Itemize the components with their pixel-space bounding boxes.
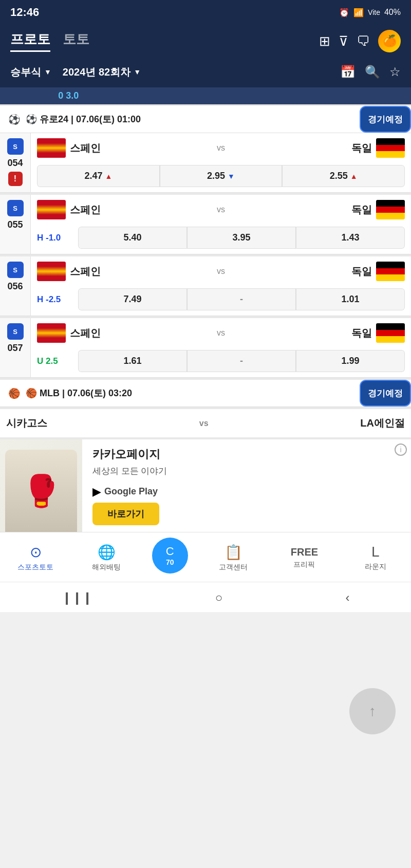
match-number-056: S 056 [0,256,31,316]
match-content-057: 스페인 vs 독일 U 2.5 1.61 - 1.99 [31,318,411,377]
odds-container-054: 2.47 ▲ 2.95 ▼ 2.55 ▲ [37,165,405,187]
mlb-away-team: LA에인절 [360,416,405,430]
away-team-name-057: 독일 [351,326,372,340]
flag-germany-054 [376,138,405,158]
nav-lounge[interactable]: L 라운지 [350,544,401,571]
odd-draw-054[interactable]: 2.95 ▼ [160,165,283,187]
vs-mlb: vs [199,419,209,428]
tab-proto[interactable]: 프로토 [10,30,50,52]
ad-subtitle: 세상의 모든 이야기 [92,465,401,477]
odd-draw-055[interactable]: 3.95 [187,227,296,249]
alarm-icon: ⏰ [339,8,349,17]
odd-home-057[interactable]: 1.61 [78,350,187,372]
mlb-badge[interactable]: 경기예정 [360,380,411,407]
partial-cell-1: 0 3.0 [0,90,137,101]
euro-section-header: ⚽ ⚽ 유로24 | 07.06(토) 01:00 경기예정 [0,106,411,133]
google-play-text: Google Play [104,486,158,497]
teams-row-055: 스페인 vs 독일 [31,195,411,225]
ad-goto-button[interactable]: 바로가기 [92,503,159,525]
odd-away-055[interactable]: 1.43 [296,227,405,249]
chevron-down-icon-2: ▼ [134,68,141,76]
odd-away-054[interactable]: 2.55 ▲ [282,165,405,187]
odd-home-055[interactable]: 5.40 [78,227,187,249]
nav-freepick[interactable]: FREE 프리픽 [278,546,330,569]
round-dropdown[interactable]: 2024년 82회차 ▼ [63,65,141,79]
search-icon[interactable]: 🔍 [365,65,380,79]
avatar[interactable]: 🍊 [378,30,401,52]
ad-content: 카카오페이지 세상의 모든 이야기 ▶ Google Play 바로가기 [82,439,411,532]
status-bar: 12:46 ⏰ 📶 Vite 40% [0,0,411,25]
s-badge-055: S [7,200,24,216]
match-row-057: S 057 스페인 vs 독일 U 2.5 [0,318,411,378]
nav-customer-center[interactable]: 📋 고객센터 [208,544,259,572]
match-id-056: 056 [7,281,23,292]
filter-icon[interactable]: ⊽ [339,33,348,49]
android-back-btn[interactable]: ‹ [335,588,360,607]
away-team-name-056: 독일 [351,265,372,279]
android-recent-btn[interactable]: ❙❙❙ [51,588,103,607]
teams-row-057: 스페인 vs 독일 [31,318,411,348]
handicap-label-057: U 2.5 [37,356,78,366]
euro-section-title: ⚽ ⚽ 유로24 | 07.06(토) 01:00 [0,106,360,133]
flag-germany-056 [376,262,405,281]
ad-character-image: 🥊 [0,439,82,532]
match-row-056: S 056 스페인 vs 독일 H -2.5 [0,256,411,316]
ad-info-icon[interactable]: i [395,444,407,456]
flag-spain-057 [37,323,66,343]
ad-title: 카카오페이지 [92,447,401,462]
message-icon[interactable]: 🗨 [357,33,370,49]
baseball-icon: 🏀 [8,387,21,399]
signal-icon: Vite [368,8,380,16]
odd-away-057[interactable]: 1.99 [296,350,405,372]
calculator-icon[interactable]: ⊞ [319,33,330,49]
match-number-057: S 057 [0,318,31,377]
google-play-icon: ▶ [92,485,101,498]
match-055: S 055 스페인 vs 독일 H -1.0 [0,195,411,254]
center-c-icon: C [166,545,174,558]
mode-dropdown[interactable]: 승부식 ▼ [10,65,51,79]
floating-circle: ↑ [349,688,396,734]
header: 프로토 토토 ⊞ ⊽ 🗨 🍊 [0,25,411,60]
odd-draw-057[interactable]: - [187,350,296,372]
teams-row-054: 스페인 vs 독일 [31,133,411,163]
android-nav: ❙❙❙ ○ ‹ [0,582,411,612]
flag-spain-055 [37,200,66,219]
odd-home-054[interactable]: 2.47 ▲ [37,165,160,187]
odds-row-055: H -1.0 5.40 3.95 1.43 [31,225,411,254]
team-home-055: 스페인 [37,200,213,219]
mlb-teams-row: 시카고스 vs LA에인절 [0,409,411,437]
main-content: 0 3.0 ⚽ ⚽ 유로24 | 07.06(토) 01:00 경기예정 S 0… [0,87,411,532]
mlb-home-team: 시카고스 [6,416,47,430]
header-tabs: 프로토 토토 [10,30,89,52]
tab-toto[interactable]: 토토 [63,30,89,52]
flag-spain-056 [37,262,66,281]
flag-spain-054 [37,138,66,158]
status-time: 12:46 [10,6,39,19]
bookmark-icon[interactable]: ☆ [389,65,401,79]
overseas-betting-label: 해외배팅 [92,563,121,572]
mlb-match-partial: 시카고스 vs LA에인절 [0,409,411,437]
match-056: S 056 스페인 vs 독일 H -2.5 [0,256,411,316]
lounge-label: 라운지 [365,562,386,571]
nav-overseas-betting[interactable]: 🌐 해외배팅 [81,544,132,572]
s-badge-056: S [7,262,24,278]
android-home-btn[interactable]: ○ [205,588,233,607]
calendar-icon[interactable]: 📅 [340,65,356,79]
alert-icon-054: ! [8,172,23,186]
chevron-down-icon: ▼ [44,68,51,76]
nav-center-button[interactable]: C 70 [152,538,188,574]
odds-container-055: 5.40 3.95 1.43 [78,227,405,249]
euro-badge[interactable]: 경기예정 [360,106,411,133]
sub-header: 승부식 ▼ 2024년 82회차 ▼ 📅 🔍 ☆ [0,60,411,87]
ad-google-play-row: ▶ Google Play [92,485,401,498]
match-id-057: 057 [7,343,23,354]
home-team-name-057: 스페인 [70,326,101,340]
odds-container-056: 7.49 - 1.01 [78,288,405,310]
freepick-icon: FREE [291,546,318,558]
odd-away-056[interactable]: 1.01 [296,288,405,310]
match-row-054: S 054 ! 스페인 vs 독일 [0,133,411,193]
odd-draw-056[interactable]: - [187,288,296,310]
odd-home-056[interactable]: 7.49 [78,288,187,310]
match-054: S 054 ! 스페인 vs 독일 [0,133,411,193]
nav-sports-toto[interactable]: ⊙ 스포츠토토 [10,544,61,572]
